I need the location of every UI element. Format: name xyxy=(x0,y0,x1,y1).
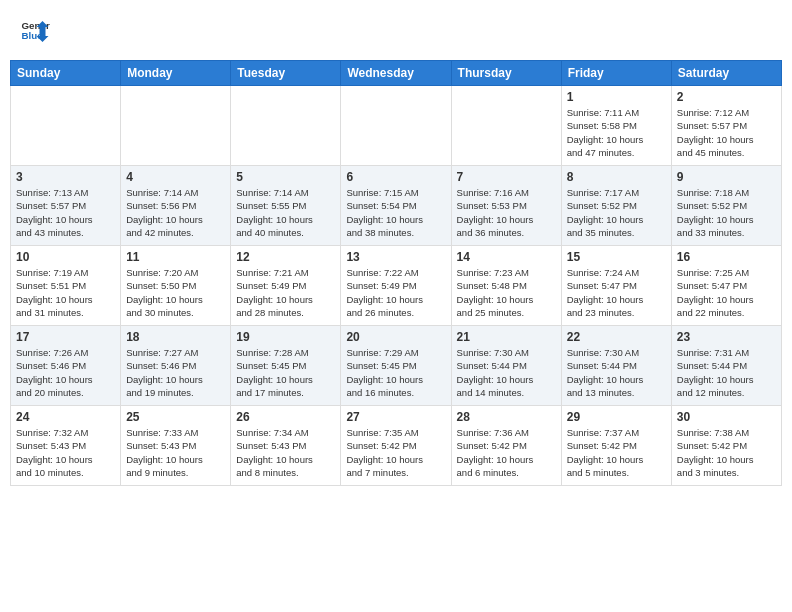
day-number: 17 xyxy=(16,330,115,344)
calendar-cell: 24Sunrise: 7:32 AM Sunset: 5:43 PM Dayli… xyxy=(11,406,121,486)
day-number: 2 xyxy=(677,90,776,104)
calendar-cell: 6Sunrise: 7:15 AM Sunset: 5:54 PM Daylig… xyxy=(341,166,451,246)
day-info: Sunrise: 7:15 AM Sunset: 5:54 PM Dayligh… xyxy=(346,186,445,239)
day-info: Sunrise: 7:32 AM Sunset: 5:43 PM Dayligh… xyxy=(16,426,115,479)
day-number: 15 xyxy=(567,250,666,264)
calendar-cell xyxy=(121,86,231,166)
calendar-week-2: 3Sunrise: 7:13 AM Sunset: 5:57 PM Daylig… xyxy=(11,166,782,246)
weekday-header-sunday: Sunday xyxy=(11,61,121,86)
calendar-cell: 23Sunrise: 7:31 AM Sunset: 5:44 PM Dayli… xyxy=(671,326,781,406)
day-info: Sunrise: 7:14 AM Sunset: 5:55 PM Dayligh… xyxy=(236,186,335,239)
day-number: 5 xyxy=(236,170,335,184)
weekday-header-saturday: Saturday xyxy=(671,61,781,86)
calendar-cell: 25Sunrise: 7:33 AM Sunset: 5:43 PM Dayli… xyxy=(121,406,231,486)
day-info: Sunrise: 7:19 AM Sunset: 5:51 PM Dayligh… xyxy=(16,266,115,319)
calendar-week-5: 24Sunrise: 7:32 AM Sunset: 5:43 PM Dayli… xyxy=(11,406,782,486)
day-number: 22 xyxy=(567,330,666,344)
calendar-cell: 15Sunrise: 7:24 AM Sunset: 5:47 PM Dayli… xyxy=(561,246,671,326)
day-number: 1 xyxy=(567,90,666,104)
day-info: Sunrise: 7:21 AM Sunset: 5:49 PM Dayligh… xyxy=(236,266,335,319)
day-info: Sunrise: 7:12 AM Sunset: 5:57 PM Dayligh… xyxy=(677,106,776,159)
calendar-cell: 12Sunrise: 7:21 AM Sunset: 5:49 PM Dayli… xyxy=(231,246,341,326)
day-info: Sunrise: 7:17 AM Sunset: 5:52 PM Dayligh… xyxy=(567,186,666,239)
calendar-cell: 22Sunrise: 7:30 AM Sunset: 5:44 PM Dayli… xyxy=(561,326,671,406)
calendar-cell: 20Sunrise: 7:29 AM Sunset: 5:45 PM Dayli… xyxy=(341,326,451,406)
calendar-cell: 2Sunrise: 7:12 AM Sunset: 5:57 PM Daylig… xyxy=(671,86,781,166)
weekday-header-monday: Monday xyxy=(121,61,231,86)
day-number: 20 xyxy=(346,330,445,344)
day-number: 14 xyxy=(457,250,556,264)
day-number: 8 xyxy=(567,170,666,184)
day-info: Sunrise: 7:31 AM Sunset: 5:44 PM Dayligh… xyxy=(677,346,776,399)
day-number: 10 xyxy=(16,250,115,264)
calendar-cell: 29Sunrise: 7:37 AM Sunset: 5:42 PM Dayli… xyxy=(561,406,671,486)
day-info: Sunrise: 7:20 AM Sunset: 5:50 PM Dayligh… xyxy=(126,266,225,319)
day-info: Sunrise: 7:30 AM Sunset: 5:44 PM Dayligh… xyxy=(567,346,666,399)
day-number: 9 xyxy=(677,170,776,184)
weekday-header-row: SundayMondayTuesdayWednesdayThursdayFrid… xyxy=(11,61,782,86)
day-info: Sunrise: 7:33 AM Sunset: 5:43 PM Dayligh… xyxy=(126,426,225,479)
day-number: 23 xyxy=(677,330,776,344)
day-number: 13 xyxy=(346,250,445,264)
logo: General Blue xyxy=(20,15,50,45)
day-info: Sunrise: 7:35 AM Sunset: 5:42 PM Dayligh… xyxy=(346,426,445,479)
calendar-week-1: 1Sunrise: 7:11 AM Sunset: 5:58 PM Daylig… xyxy=(11,86,782,166)
calendar-cell: 14Sunrise: 7:23 AM Sunset: 5:48 PM Dayli… xyxy=(451,246,561,326)
day-number: 6 xyxy=(346,170,445,184)
day-info: Sunrise: 7:18 AM Sunset: 5:52 PM Dayligh… xyxy=(677,186,776,239)
calendar-cell: 18Sunrise: 7:27 AM Sunset: 5:46 PM Dayli… xyxy=(121,326,231,406)
calendar-cell: 13Sunrise: 7:22 AM Sunset: 5:49 PM Dayli… xyxy=(341,246,451,326)
calendar-cell xyxy=(341,86,451,166)
day-number: 29 xyxy=(567,410,666,424)
day-number: 24 xyxy=(16,410,115,424)
day-info: Sunrise: 7:22 AM Sunset: 5:49 PM Dayligh… xyxy=(346,266,445,319)
calendar-cell: 27Sunrise: 7:35 AM Sunset: 5:42 PM Dayli… xyxy=(341,406,451,486)
day-number: 26 xyxy=(236,410,335,424)
weekday-header-wednesday: Wednesday xyxy=(341,61,451,86)
calendar-week-4: 17Sunrise: 7:26 AM Sunset: 5:46 PM Dayli… xyxy=(11,326,782,406)
calendar-cell xyxy=(451,86,561,166)
calendar-cell: 4Sunrise: 7:14 AM Sunset: 5:56 PM Daylig… xyxy=(121,166,231,246)
calendar-cell: 3Sunrise: 7:13 AM Sunset: 5:57 PM Daylig… xyxy=(11,166,121,246)
day-info: Sunrise: 7:23 AM Sunset: 5:48 PM Dayligh… xyxy=(457,266,556,319)
day-info: Sunrise: 7:38 AM Sunset: 5:42 PM Dayligh… xyxy=(677,426,776,479)
day-info: Sunrise: 7:11 AM Sunset: 5:58 PM Dayligh… xyxy=(567,106,666,159)
day-info: Sunrise: 7:25 AM Sunset: 5:47 PM Dayligh… xyxy=(677,266,776,319)
weekday-header-thursday: Thursday xyxy=(451,61,561,86)
calendar-cell: 9Sunrise: 7:18 AM Sunset: 5:52 PM Daylig… xyxy=(671,166,781,246)
day-number: 16 xyxy=(677,250,776,264)
day-info: Sunrise: 7:36 AM Sunset: 5:42 PM Dayligh… xyxy=(457,426,556,479)
day-info: Sunrise: 7:29 AM Sunset: 5:45 PM Dayligh… xyxy=(346,346,445,399)
day-number: 3 xyxy=(16,170,115,184)
day-info: Sunrise: 7:26 AM Sunset: 5:46 PM Dayligh… xyxy=(16,346,115,399)
calendar-cell: 30Sunrise: 7:38 AM Sunset: 5:42 PM Dayli… xyxy=(671,406,781,486)
calendar-cell: 8Sunrise: 7:17 AM Sunset: 5:52 PM Daylig… xyxy=(561,166,671,246)
calendar-week-3: 10Sunrise: 7:19 AM Sunset: 5:51 PM Dayli… xyxy=(11,246,782,326)
calendar-cell: 7Sunrise: 7:16 AM Sunset: 5:53 PM Daylig… xyxy=(451,166,561,246)
calendar-cell: 11Sunrise: 7:20 AM Sunset: 5:50 PM Dayli… xyxy=(121,246,231,326)
day-info: Sunrise: 7:14 AM Sunset: 5:56 PM Dayligh… xyxy=(126,186,225,239)
day-number: 28 xyxy=(457,410,556,424)
calendar-cell: 10Sunrise: 7:19 AM Sunset: 5:51 PM Dayli… xyxy=(11,246,121,326)
day-number: 19 xyxy=(236,330,335,344)
logo-icon: General Blue xyxy=(20,15,50,45)
day-number: 21 xyxy=(457,330,556,344)
day-number: 18 xyxy=(126,330,225,344)
day-info: Sunrise: 7:28 AM Sunset: 5:45 PM Dayligh… xyxy=(236,346,335,399)
calendar-cell xyxy=(11,86,121,166)
day-number: 25 xyxy=(126,410,225,424)
day-info: Sunrise: 7:16 AM Sunset: 5:53 PM Dayligh… xyxy=(457,186,556,239)
day-info: Sunrise: 7:37 AM Sunset: 5:42 PM Dayligh… xyxy=(567,426,666,479)
calendar-cell: 16Sunrise: 7:25 AM Sunset: 5:47 PM Dayli… xyxy=(671,246,781,326)
weekday-header-tuesday: Tuesday xyxy=(231,61,341,86)
calendar-cell: 28Sunrise: 7:36 AM Sunset: 5:42 PM Dayli… xyxy=(451,406,561,486)
day-info: Sunrise: 7:13 AM Sunset: 5:57 PM Dayligh… xyxy=(16,186,115,239)
calendar-cell: 5Sunrise: 7:14 AM Sunset: 5:55 PM Daylig… xyxy=(231,166,341,246)
calendar-cell: 1Sunrise: 7:11 AM Sunset: 5:58 PM Daylig… xyxy=(561,86,671,166)
calendar-cell: 19Sunrise: 7:28 AM Sunset: 5:45 PM Dayli… xyxy=(231,326,341,406)
calendar-table: SundayMondayTuesdayWednesdayThursdayFrid… xyxy=(10,60,782,486)
day-info: Sunrise: 7:30 AM Sunset: 5:44 PM Dayligh… xyxy=(457,346,556,399)
day-number: 30 xyxy=(677,410,776,424)
weekday-header-friday: Friday xyxy=(561,61,671,86)
calendar-cell xyxy=(231,86,341,166)
